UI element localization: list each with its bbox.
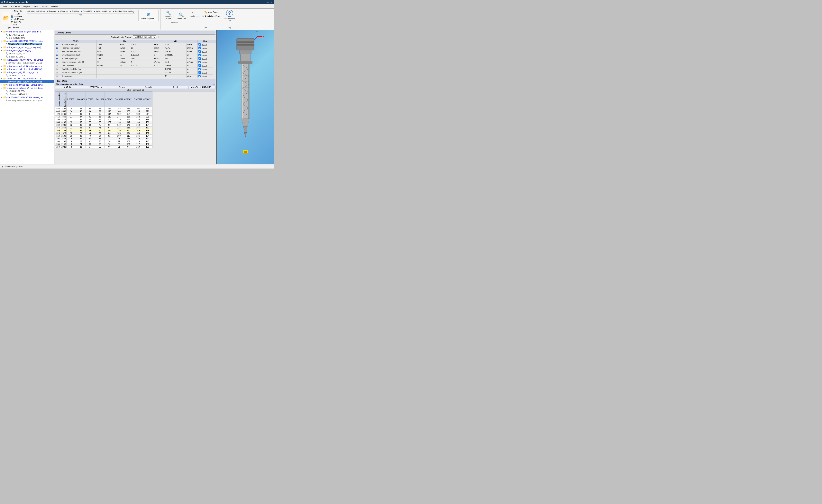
cl-min-input-8[interactable] xyxy=(97,72,111,74)
cl-max-val-1[interactable] xyxy=(164,46,186,50)
menu-utilities[interactable]: Utilities xyxy=(49,5,59,8)
tree-item-3[interactable]: ▼📁cqi-nh-0400-0003-tf 1135 ( VC File: ve… xyxy=(0,39,54,43)
cl-mid-val-9[interactable] xyxy=(130,74,153,78)
cl-default-8[interactable]: Default xyxy=(198,71,213,74)
cl-mid-input-8[interactable] xyxy=(131,72,145,74)
close-btn[interactable]: × xyxy=(270,1,273,3)
cl-mid-input-9[interactable] xyxy=(131,75,145,77)
tree-item-7[interactable]: 🔧c5-570-2c_40_094 xyxy=(0,52,54,55)
cl-max-input-6[interactable] xyxy=(165,65,178,67)
cl-max-val-9[interactable] xyxy=(164,74,186,78)
cl-max-val-8[interactable] xyxy=(164,71,186,74)
cl-mid-val-8[interactable] xyxy=(130,71,153,74)
cl-max-input-8[interactable] xyxy=(165,72,178,74)
tree-item-12[interactable]: ▶📁vericut_demo_sclcr_id ( c3-sclcr-22098… xyxy=(0,68,54,71)
redo-btn[interactable]: ↪ xyxy=(197,10,202,14)
cl-default-3[interactable]: Default xyxy=(198,53,213,57)
tree-item-11[interactable]: ▶📁vericut_demo_drill_d10 ( vericut_demo_… xyxy=(0,65,54,68)
cl-min-val-2[interactable] xyxy=(97,50,119,53)
cl-mid-input-3[interactable] xyxy=(131,54,145,56)
minimize-btn[interactable]: − xyxy=(263,1,266,3)
cl-default-4[interactable]: Default xyxy=(198,57,213,60)
tree-item-16[interactable]: ⚙SM=Alloy-Steel+4142+HRC30, M=grob xyxy=(0,80,54,83)
cl-default-check-1[interactable] xyxy=(198,47,201,49)
expand-btn[interactable]: □ xyxy=(214,83,215,85)
tree-item-18[interactable]: ▶📁vericut_demo_voluturn_r4 ( vericut_dem… xyxy=(0,86,54,90)
cl-min-input-0[interactable] xyxy=(97,43,111,46)
tree-item-1[interactable]: 🔧c5-570-2c-32-075 xyxy=(0,33,54,36)
tree-item-2[interactable]: 🔧si-qi-lh08c32-027a xyxy=(0,36,54,39)
menu-report[interactable]: Report xyxy=(22,5,31,8)
dresser-btn[interactable]: ● Dresser xyxy=(46,10,57,13)
cl-default-5[interactable]: Default xyxy=(198,60,213,64)
tree-item-21[interactable]: ▼📁rcmt 08 03 m0 2025 ( VC File: vericut_… xyxy=(0,96,54,99)
cl-max-val-3[interactable] xyxy=(164,53,186,57)
cl-max-val-7[interactable] xyxy=(164,67,186,71)
cl-min-input-3[interactable] xyxy=(97,54,111,56)
cl-min-val-7[interactable] xyxy=(97,67,119,71)
add-component-btn[interactable]: ⊕ Add Component xyxy=(138,10,158,21)
cl-mid-val-6[interactable] xyxy=(130,64,153,67)
cl-max-input-1[interactable] xyxy=(165,47,178,49)
menu-xcaliper[interactable]: X-Caliper xyxy=(9,5,22,8)
cl-mid-input-0[interactable] xyxy=(131,43,145,46)
cl-min-input-7[interactable] xyxy=(97,68,111,70)
cl-default-check-8[interactable] xyxy=(198,71,201,74)
standard-hole-making-btn[interactable]: ■ Standard Hole Making xyxy=(112,10,135,13)
cl-min-val-5[interactable] xyxy=(97,60,119,64)
cl-max-val-2[interactable] xyxy=(164,50,186,53)
additive-btn[interactable]: ● Additive xyxy=(69,10,80,13)
cl-default-2[interactable]: Default xyxy=(198,50,213,53)
cl-max-input-0[interactable] xyxy=(165,43,178,46)
cl-default-check-5[interactable] xyxy=(198,61,201,63)
tree-item-17[interactable]: ▶📁vericut_demo_thread_d10 ( vericut_demo… xyxy=(0,83,54,86)
hole-making-btn[interactable]: ▸ Hole Making xyxy=(11,18,24,21)
cl-mid-val-7[interactable] xyxy=(130,67,153,71)
cl-min-val-8[interactable] xyxy=(97,71,119,74)
source-select[interactable]: VERICUT Tool Data xyxy=(133,35,156,39)
window-controls[interactable]: − □ × xyxy=(263,1,273,3)
tree-item-5[interactable]: ▼📁vericut_demo_c_sr ( om_c_schruppen ) xyxy=(0,46,54,49)
tree-item-9[interactable]: ▼📁dnqa15060b16325 6050 ( VC File: vericu… xyxy=(0,58,54,61)
menu-import[interactable]: Import xyxy=(40,5,49,8)
cl-default-check-6[interactable] xyxy=(198,64,201,67)
cl-default-1[interactable]: Default xyxy=(198,46,213,50)
save-as-btn[interactable]: 💾 Save As xyxy=(11,21,24,23)
tree-item-19[interactable]: 🔧c5-391.02-32 060a xyxy=(0,90,54,93)
grinder-btn[interactable]: ● Grinder xyxy=(101,10,111,13)
auto-gage-btn[interactable]: 📏 Auto Gage xyxy=(203,10,219,14)
new-file-btn[interactable]: 📄 New File xyxy=(11,10,24,12)
cl-max-val-0[interactable] xyxy=(164,43,186,46)
cl-default-0[interactable]: Default xyxy=(198,43,213,46)
cl-mid-val-0[interactable] xyxy=(130,43,153,46)
cl-mid-input-6[interactable] xyxy=(131,65,145,67)
menu-tools[interactable]: Tools xyxy=(1,5,9,8)
multi-tool-station-btn[interactable]: 🔧 Multi Tool Station xyxy=(163,10,175,20)
cl-max-input-5[interactable] xyxy=(165,61,178,63)
cl-default-6[interactable]: Default xyxy=(198,64,213,67)
cl-max-input-4[interactable] xyxy=(165,57,178,60)
thread-mill-btn[interactable]: ● Thread Mill xyxy=(80,10,93,13)
tree-item-6[interactable]: ▼📁vericut_demo_d_sl ( om_sl_d ) xyxy=(0,49,54,52)
cl-mid-val-3[interactable] xyxy=(130,53,153,57)
cl-max-input-2[interactable] xyxy=(165,50,178,53)
cl-min-input-2[interactable] xyxy=(97,50,111,53)
cl-min-val-4[interactable] xyxy=(97,57,119,60)
cl-mid-input-4[interactable] xyxy=(131,57,145,60)
auto-driven-point-btn[interactable]: ⊙ Auto Driven Point xyxy=(202,15,220,18)
cl-min-input-9[interactable] xyxy=(97,75,111,77)
tool-manager-help-btn[interactable]: ? Tool Manager Help xyxy=(224,10,236,21)
cl-min-val-9[interactable] xyxy=(97,74,119,78)
cl-min-input-4[interactable] xyxy=(97,57,111,60)
cl-mid-val-4[interactable] xyxy=(130,57,153,60)
cl-default-check-7[interactable] xyxy=(198,68,201,70)
tree-item-4[interactable]: ⚙SM=Alloy-Steel+4142+HRC30, M=grob xyxy=(0,43,54,46)
cl-max-input-7[interactable] xyxy=(165,68,178,70)
tree-item-10[interactable]: ⚙SM=Alloy-Steel+4142+HRC30, M=grob xyxy=(0,61,54,65)
open-folder-btn[interactable]: 📂 xyxy=(2,12,10,24)
tree-item-14[interactable]: 🔧c5-391.02-32 060a xyxy=(0,74,54,77)
turn-btn[interactable]: ▸ Turn xyxy=(11,23,24,26)
cl-default-9[interactable]: Default xyxy=(198,74,213,78)
cl-default-check-9[interactable] xyxy=(198,75,201,77)
cl-default-check-0[interactable] xyxy=(198,43,201,46)
